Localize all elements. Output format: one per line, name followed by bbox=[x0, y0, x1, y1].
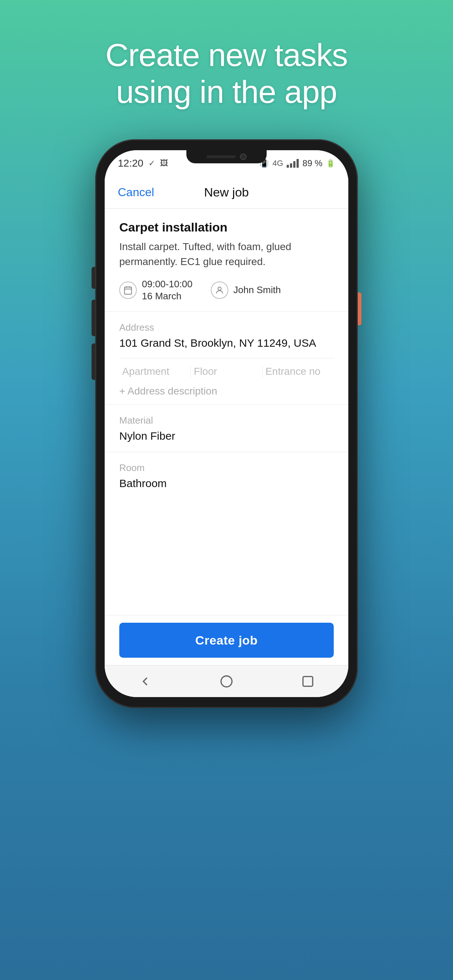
material-section: Material Nylon Fiber bbox=[105, 405, 348, 452]
volume-down-button bbox=[91, 300, 95, 336]
job-meta: 09:00-10:00 16 March bbox=[119, 278, 334, 303]
recents-icon bbox=[301, 674, 315, 689]
job-time: 09:00-10:00 bbox=[142, 278, 193, 291]
apartment-field[interactable]: Apartment bbox=[119, 366, 191, 377]
job-section: Carpet installation Install carpet. Tuft… bbox=[105, 208, 348, 312]
material-label: Material bbox=[119, 415, 334, 426]
calendar-icon bbox=[119, 282, 137, 299]
back-button[interactable] bbox=[135, 671, 155, 692]
battery-level: 89 % bbox=[302, 158, 322, 169]
add-description-button[interactable]: + Address description bbox=[119, 385, 334, 397]
nav-bar: Cancel New job bbox=[105, 177, 348, 208]
address-label: Address bbox=[119, 322, 334, 333]
signal-label: 4G bbox=[273, 159, 283, 168]
job-description: Install carpet. Tufted, with foam, glued… bbox=[119, 240, 334, 269]
material-value: Nylon Fiber bbox=[119, 430, 334, 442]
image-icon: 🖼 bbox=[160, 159, 168, 168]
page-headline: Create new tasks using in the app bbox=[83, 37, 370, 110]
job-title: Carpet installation bbox=[119, 220, 334, 234]
room-label: Room bbox=[119, 462, 334, 474]
svg-point-5 bbox=[221, 676, 232, 687]
task-icon: ✓ bbox=[148, 159, 155, 168]
room-value: Bathroom bbox=[119, 477, 334, 490]
cancel-button[interactable]: Cancel bbox=[118, 186, 154, 199]
address-sub-fields: Apartment Floor Entrance no bbox=[119, 358, 334, 377]
svg-rect-0 bbox=[124, 287, 132, 294]
address-value: 101 Grand St, Brooklyn, NY 11249, USA bbox=[119, 337, 334, 349]
add-desc-text: + Address description bbox=[119, 385, 217, 397]
volume-up-button bbox=[91, 267, 95, 289]
bottom-spacer bbox=[105, 499, 348, 536]
phone-notch bbox=[187, 150, 266, 163]
entrance-field[interactable]: Entrance no bbox=[263, 366, 334, 377]
bottom-nav-bar bbox=[105, 665, 348, 697]
room-section: Room Bathroom bbox=[105, 452, 348, 499]
status-right-icons: 📳 4G 89 % 🔋 bbox=[260, 158, 335, 169]
signal-bars bbox=[287, 159, 299, 168]
time-meta: 09:00-10:00 16 March bbox=[119, 278, 193, 303]
address-section: Address 101 Grand St, Brooklyn, NY 11249… bbox=[105, 312, 348, 405]
phone-mockup: 12:20 ✓ 🖼 📳 4G 89 % 🔋 bbox=[95, 139, 358, 708]
assignee-name: John Smith bbox=[233, 284, 281, 296]
power-button bbox=[358, 293, 362, 325]
scroll-area[interactable]: Carpet installation Install carpet. Tuft… bbox=[105, 208, 348, 615]
create-job-button[interactable]: Create job bbox=[119, 623, 334, 658]
recents-button[interactable] bbox=[298, 671, 318, 692]
svg-rect-6 bbox=[303, 677, 313, 687]
nav-title: New job bbox=[204, 185, 249, 199]
phone-shell: 12:20 ✓ 🖼 📳 4G 89 % 🔋 bbox=[95, 139, 358, 708]
job-date: 16 March bbox=[142, 290, 193, 302]
status-time: 12:20 bbox=[118, 158, 144, 169]
camera bbox=[240, 153, 247, 160]
svg-point-4 bbox=[218, 287, 221, 291]
time-text: 09:00-10:00 16 March bbox=[142, 278, 193, 303]
back-icon bbox=[138, 674, 152, 689]
silent-button bbox=[91, 344, 95, 380]
assignee-meta: John Smith bbox=[211, 282, 281, 299]
phone-screen: 12:20 ✓ 🖼 📳 4G 89 % 🔋 bbox=[105, 150, 348, 697]
person-icon bbox=[211, 282, 228, 299]
bottom-action-area: Create job bbox=[105, 615, 348, 665]
floor-field[interactable]: Floor bbox=[191, 366, 262, 377]
headline-line1: Create new tasks bbox=[105, 37, 348, 73]
home-icon bbox=[219, 674, 234, 689]
headline-line2: using in the app bbox=[116, 74, 337, 110]
battery-icon: 🔋 bbox=[326, 159, 335, 168]
app-content: Cancel New job Carpet installation Insta… bbox=[105, 177, 348, 697]
home-button[interactable] bbox=[216, 671, 237, 692]
speaker bbox=[206, 155, 236, 158]
